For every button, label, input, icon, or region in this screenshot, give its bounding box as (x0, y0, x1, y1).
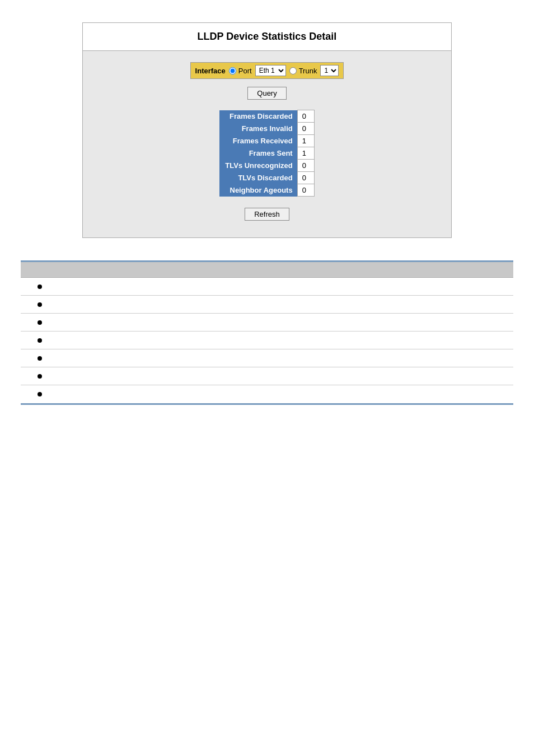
interface-label: Interface (195, 67, 226, 75)
list-item (21, 296, 513, 314)
trunk-radio-group: Trunk (289, 67, 317, 75)
port-radio-group: Port (229, 67, 252, 75)
list-item (21, 278, 513, 296)
port-radio[interactable] (229, 67, 236, 74)
trunk-select[interactable]: 1 2 3 (320, 65, 339, 76)
stats-label: Frames Sent (219, 147, 297, 160)
stats-value: 0 (297, 172, 314, 184)
stats-value: 0 (297, 123, 314, 135)
stats-label: TLVs Unrecognized (219, 160, 297, 172)
bullet-icon (38, 302, 42, 307)
stats-row: TLVs Discarded0 (219, 172, 314, 184)
bullet-icon (38, 392, 42, 396)
stats-label: Frames Received (219, 135, 297, 147)
main-panel: LLDP Device Statistics Detail Interface … (82, 22, 452, 238)
stats-row: Frames Received1 (219, 135, 314, 147)
port-select[interactable]: Eth 1 Eth 2 Eth 3 Eth 4 (255, 65, 286, 76)
stats-label: TLVs Discarded (219, 172, 297, 184)
stats-row: Neighbor Ageouts0 (219, 184, 314, 197)
list-item (21, 385, 513, 403)
stats-label: Neighbor Ageouts (219, 184, 297, 197)
bullet-icon (38, 356, 42, 361)
bottom-section (21, 260, 513, 405)
trunk-radio[interactable] (289, 67, 297, 74)
stats-row: Frames Discarded0 (219, 110, 314, 123)
bullet-icon (38, 284, 42, 289)
port-radio-label: Port (238, 67, 252, 75)
stats-row: TLVs Unrecognized0 (219, 160, 314, 172)
list-item (21, 367, 513, 385)
interface-row: Interface Port Eth 1 Eth 2 Eth 3 Eth 4 T… (190, 62, 344, 79)
trunk-radio-label: Trunk (299, 67, 317, 75)
stats-value: 0 (297, 184, 314, 197)
list-item (21, 349, 513, 367)
stats-label: Frames Discarded (219, 110, 297, 123)
bullet-icon (38, 338, 42, 343)
refresh-button[interactable]: Refresh (245, 208, 289, 221)
stats-row: Frames Invalid0 (219, 123, 314, 135)
stats-label: Frames Invalid (219, 123, 297, 135)
stats-value: 1 (297, 135, 314, 147)
query-button[interactable]: Query (247, 87, 286, 100)
bullet-icon (38, 374, 42, 379)
list-item (21, 332, 513, 349)
bottom-header-row (21, 262, 513, 278)
bullet-icon (38, 320, 42, 325)
stats-row: Frames Sent1 (219, 147, 314, 160)
stats-value: 0 (297, 160, 314, 172)
panel-body: Interface Port Eth 1 Eth 2 Eth 3 Eth 4 T… (83, 51, 451, 237)
stats-value: 0 (297, 110, 314, 123)
stats-value: 1 (297, 147, 314, 160)
panel-title: LLDP Device Statistics Detail (83, 23, 451, 51)
stats-table: Frames Discarded0Frames Invalid0Frames R… (219, 110, 314, 197)
list-item (21, 314, 513, 332)
bottom-list (21, 278, 513, 403)
